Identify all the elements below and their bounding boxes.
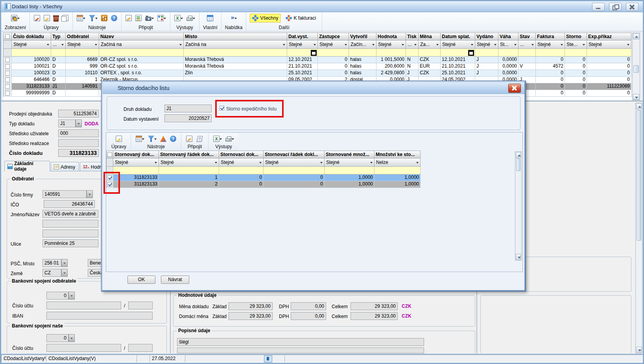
filter-button[interactable] <box>89 15 98 22</box>
table-cell[interactable]: 0 <box>587 57 631 63</box>
popis-line1-field[interactable]: šlégl <box>177 338 424 346</box>
table-cell[interactable]: 21.10.2021 <box>441 63 475 70</box>
dialog-title-bar[interactable]: Storno dodacího listu <box>103 82 524 94</box>
status-indicator-icon[interactable] <box>264 355 272 362</box>
table-cell[interactable]: 100023 <box>12 70 51 77</box>
scroll-down-button[interactable] <box>636 347 642 353</box>
attach-image-button[interactable] <box>145 15 154 21</box>
delete-record-button[interactable] <box>53 15 59 22</box>
quickfilter-input[interactable] <box>66 49 99 57</box>
table-cell[interactable]: 6669 <box>66 57 99 63</box>
row-select-cell[interactable] <box>106 175 113 181</box>
table-cell[interactable]: D <box>51 90 66 97</box>
table-cell[interactable]: 25.10.2021 <box>287 70 318 77</box>
quickfilter-input[interactable] <box>12 49 51 57</box>
quickfilter-input[interactable] <box>51 49 66 57</box>
table-cell[interactable]: J <box>475 70 498 77</box>
stredisko-uzivatele-field[interactable]: 000 <box>58 129 99 137</box>
table-cell[interactable]: 0 <box>318 70 349 77</box>
row-checkbox[interactable] <box>5 71 10 75</box>
quickfilter-input[interactable] <box>519 49 536 57</box>
calendar-icon[interactable] <box>311 50 317 56</box>
row-checkbox[interactable] <box>5 64 10 69</box>
row-checkbox[interactable] <box>5 77 10 82</box>
scroll-up-button[interactable] <box>633 33 639 39</box>
dropdown-arrow-icon[interactable] <box>372 44 375 47</box>
table-row[interactable]: 3118231332001,00001,0000 <box>106 181 421 188</box>
table-cell[interactable]: Moravská Třebová <box>184 57 287 63</box>
cislo-uctu-nase-field[interactable] <box>46 344 121 352</box>
attach-note-button[interactable] <box>125 15 132 22</box>
dropdown-arrow-icon[interactable] <box>320 162 323 165</box>
quickfilter-input[interactable] <box>498 49 519 57</box>
cislo-firmy-field[interactable]: 140591 <box>42 190 87 198</box>
table-cell[interactable]: 0 <box>264 181 325 188</box>
table-cell[interactable]: 0 <box>536 57 565 63</box>
export-excel-button[interactable] <box>174 15 183 22</box>
quickfilter-input[interactable] <box>159 167 219 175</box>
table-cell[interactable]: 999999999 <box>12 90 51 97</box>
table-cell[interactable]: Zlín <box>184 70 287 77</box>
filter-dropdown[interactable]: Stejné <box>318 40 349 49</box>
druh-dokladu-field[interactable]: J1 <box>164 105 212 112</box>
table-cell[interactable]: J <box>475 57 498 63</box>
dialog-close-button[interactable] <box>508 84 521 93</box>
dropdown-arrow-icon[interactable] <box>531 44 534 47</box>
table-cell[interactable]: 21.10.2021 <box>287 63 318 70</box>
quickfilter-input[interactable] <box>375 167 421 175</box>
psc-field[interactable]: 256 01 <box>42 259 61 267</box>
table-cell[interactable]: N <box>406 63 419 70</box>
select-all-cell[interactable] <box>106 151 113 158</box>
table-cell[interactable]: 0 <box>318 63 349 70</box>
table-cell[interactable]: 0 <box>587 63 631 70</box>
dropdown-arrow-icon[interactable] <box>514 44 517 47</box>
attach-checklist-button[interactable] <box>135 15 142 22</box>
quickfilter-input[interactable] <box>587 49 631 57</box>
dropdown-arrow-icon[interactable] <box>47 44 49 47</box>
column-header[interactable]: Číslo dokladu <box>12 33 51 40</box>
bank-nase-poradi-field[interactable]: 0 <box>46 334 68 342</box>
table-cell[interactable]: 1,0000 <box>375 175 421 181</box>
table-cell[interactable]: 12.10.2021 <box>441 57 475 63</box>
dropdown-arrow-icon[interactable] <box>561 44 563 47</box>
filter-dropdown[interactable]: Nelze <box>375 158 421 167</box>
table-row[interactable]: 100023D10110ORTEX , spol. s r.o.Zlín25.1… <box>3 70 631 77</box>
table-cell[interactable] <box>519 57 536 63</box>
table-cell[interactable]: 0 <box>536 90 565 97</box>
row-checkbox[interactable] <box>5 91 10 96</box>
table-cell[interactable]: halas <box>349 57 376 63</box>
tab-adresy[interactable]: Adresy <box>51 162 79 171</box>
table-cell[interactable]: 111223069 <box>587 83 631 90</box>
dropdown-arrow-icon[interactable] <box>627 44 629 47</box>
dropdown-arrow-icon[interactable] <box>471 44 473 47</box>
column-header[interactable]: Stornovací řádek dokl... <box>264 151 325 158</box>
tab-hodnoty[interactable]: 12₃Hodn <box>80 162 102 171</box>
scroll-down-button[interactable] <box>633 94 639 100</box>
column-header[interactable]: Název <box>99 33 184 40</box>
dropdown-arrow-icon[interactable] <box>283 44 285 47</box>
scroll-up-button[interactable] <box>516 152 521 158</box>
new-record-button[interactable] <box>33 15 41 22</box>
table-cell[interactable]: 1 001,5000 <box>376 57 406 63</box>
jmeno-nazev-field[interactable]: VETOS dveře a zárubně <box>42 210 98 218</box>
filter-dropdown[interactable]: ... <box>406 40 419 49</box>
zeme-dropdown[interactable] <box>61 269 68 277</box>
cislo-firmy-dropdown[interactable] <box>87 190 93 198</box>
table-cell[interactable] <box>519 70 536 77</box>
table-cell[interactable]: 0 <box>565 70 587 77</box>
storno-expedicniho-listu-checkbox[interactable] <box>220 106 224 110</box>
calendar-icon[interactable] <box>468 50 474 56</box>
table-row[interactable]: 3118231331001,00001,0000 <box>106 175 421 181</box>
table-cell[interactable]: 0 <box>565 83 587 90</box>
table-cell[interactable]: 0 <box>264 175 325 181</box>
dropdown-arrow-icon[interactable] <box>494 44 496 47</box>
quickfilter-input[interactable] <box>287 49 318 57</box>
table-cell[interactable]: CZK <box>419 57 441 63</box>
table-cell[interactable]: 0,0000 <box>498 57 519 63</box>
table-cell[interactable]: 0 <box>219 181 264 188</box>
dropdown-arrow-icon[interactable] <box>179 44 182 47</box>
kod-banky-nase-field[interactable] <box>128 344 153 352</box>
grid-settings-button[interactable] <box>76 15 86 22</box>
table-cell[interactable]: 0,0000 <box>498 63 519 70</box>
iban-field[interactable] <box>46 312 153 320</box>
